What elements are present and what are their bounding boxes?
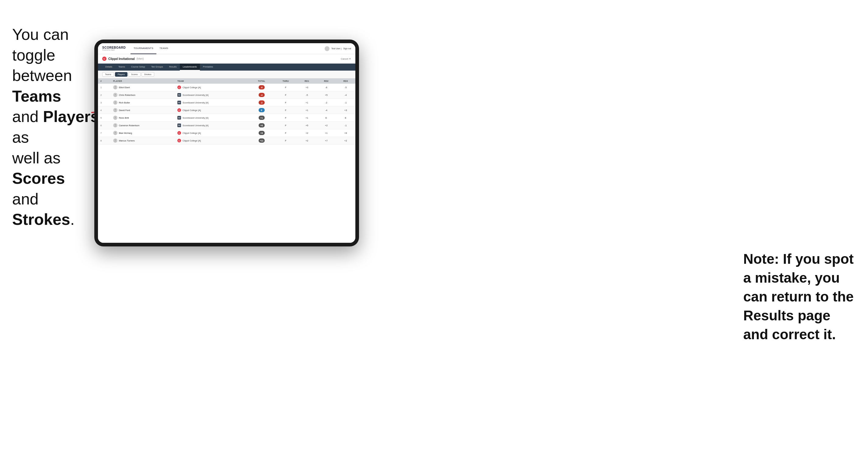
table-row: 7Blair McHargCClippd College [A]+8F+2+1+… [98,129,355,137]
cell-total: -2 [249,99,274,106]
cell-rd1: +1 [297,99,317,106]
top-nav: SCOREBOARD Powered by clippd TOURNAMENTS… [98,43,355,54]
tournament-name: Clippd Invitational [108,57,135,61]
cell-rd3: -4 [336,91,355,99]
col-total: TOTAL [249,79,274,84]
tab-leaderboards[interactable]: Leaderboards [180,64,200,70]
tournament-header: C Clippd Invitational (Men) Cancel ✕ [98,54,355,64]
cell-team: SUScoreboard University [A] [175,99,249,106]
team-logo: SU [177,124,181,127]
nav-user-label: Test User | [331,48,341,50]
team-name: Clippd College [A] [183,109,201,112]
table-row: 8Marcus TurnersCClippd College [A]+11F+2… [98,137,355,145]
col-rd3: RD3 [336,79,355,84]
cell-rd2: +7 [317,137,336,145]
team-logo: C [177,139,181,143]
nav-teams[interactable]: TEAMS [156,43,171,54]
player-avatar [113,138,118,143]
cancel-button[interactable]: Cancel ✕ [341,58,351,60]
cell-player: Blair McHarg [111,129,175,137]
annotation-line1: You can toggle [12,26,69,64]
toggle-scores[interactable]: Scores [128,72,141,77]
col-thru: THRU [274,79,297,84]
cell-thru: F [274,129,297,137]
player-name: Elliot Ebert [119,86,130,89]
cell-player: Cameron Robertson [111,122,175,129]
logo: SCOREBOARD Powered by clippd [102,46,126,51]
toggle-strokes[interactable]: Strokes [142,72,154,77]
cell-rd3: -5 [336,84,355,91]
user-avatar [324,46,330,51]
tab-results[interactable]: Results [166,64,180,70]
cell-team: SUScoreboard University [A] [175,114,249,122]
tab-teams[interactable]: Teams [115,64,128,70]
tablet-frame: SCOREBOARD Powered by clippd TOURNAMENTS… [94,39,359,246]
team-name: Clippd College [A] [183,139,201,142]
cell-rd2: -4 [317,106,336,114]
toggle-players[interactable]: Players [115,72,127,77]
player-name: Rees Britt [119,117,129,119]
cell-thru: F [274,122,297,129]
team-logo: SU [177,101,181,104]
svg-point-1 [115,86,116,88]
player-name: David Ford [119,109,130,112]
team-logo: C [177,86,181,89]
cell-total: +11 [249,137,274,145]
toggle-teams[interactable]: Teams [102,72,114,77]
cell-rd3: +2 [336,137,355,145]
cell-rank: 5 [98,114,111,122]
cell-rank: 6 [98,122,111,129]
team-logo: SU [177,116,181,120]
player-avatar [113,93,118,97]
cell-rank: 8 [98,137,111,145]
cell-rd2: +1 [317,129,336,137]
table-row: 4David FordCClippd College [A]EF+1-4+3 [98,106,355,114]
cell-total: -4 [249,91,274,99]
tab-tee-groups[interactable]: Tee Groups [148,64,166,70]
player-avatar [113,131,118,135]
cell-player: David Ford [111,106,175,114]
cell-rank: 1 [98,84,111,91]
cell-total: +8 [249,129,274,137]
col-rank: # [98,79,111,84]
cell-rd1: +3 [297,84,317,91]
cell-team: SUScoreboard University [A] [175,91,249,99]
cell-team: CClippd College [A] [175,129,249,137]
tab-course-setup[interactable]: Course Setup [128,64,148,70]
left-annotation: You can toggle between Teams and Players… [12,24,100,230]
nav-sign-out[interactable]: Sign out [343,48,351,50]
player-avatar [113,123,118,127]
strokes-bold: Strokes [12,211,70,228]
tab-printables[interactable]: Printables [200,64,216,70]
player-name: Chris Robertson [119,94,135,96]
table-row: 6Cameron RobertsonSUScoreboard Universit… [98,122,355,129]
table-row: 2Chris RobertsonSUScoreboard University … [98,91,355,99]
cell-rd2: -2 [317,99,336,106]
cell-rank: 3 [98,99,111,106]
cell-rd2: +5 [317,91,336,99]
tab-details[interactable]: Details [102,64,115,70]
tournament-logo: C [102,57,106,61]
cell-team: CClippd College [A] [175,137,249,145]
cell-rd3: -1 [336,122,355,129]
table-row: 5Rees BrittSUScoreboard University [A]+1… [98,114,355,122]
cell-rd1: +1 [297,114,317,122]
svg-point-5 [115,117,116,118]
cell-rd3: +3 [336,106,355,114]
nav-tournaments[interactable]: TOURNAMENTS [130,43,156,54]
cell-rd3: +6 [336,129,355,137]
svg-point-4 [115,109,116,111]
cell-total: -8 [249,84,274,91]
cell-rd2: -6 [317,84,336,91]
cell-rd2: +2 [317,122,336,129]
team-name: Scoreboard University [A] [183,101,208,104]
cell-thru: F [274,99,297,106]
tournament-title-row: C Clippd Invitational (Men) [102,57,144,61]
right-annotation: Note: If you spot a mistake, you can ret… [743,249,859,344]
col-rd2: RD2 [317,79,336,84]
team-name: Scoreboard University [A] [183,117,208,119]
player-name: Rich Butler [119,101,130,104]
table-row: 3Rich ButlerSUScoreboard University [A]-… [98,99,355,106]
teams-bold: Teams [12,87,61,105]
cell-rank: 7 [98,129,111,137]
